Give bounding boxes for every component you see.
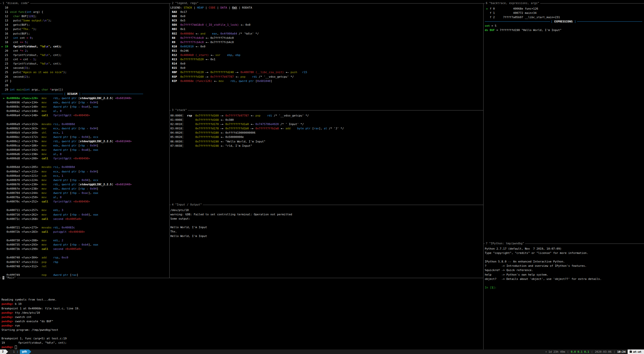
border-vertical-left[interactable] (169, 3, 170, 278)
terminal-line: 0x400735 <func+293> mov dword ptr [rbp -… (2, 243, 169, 247)
terminal-line: 0x4006f6 <func+230> mov rdi, qword ptr [… (2, 182, 169, 187)
angle-separator-icon: ⟨ (565, 350, 571, 353)
terminal-line: 20 cnt *= 2; (2, 49, 169, 53)
terminal-line: [ DISASM ] (2, 92, 169, 96)
terminal-line: 0x400730 <func+288> mov edi, 2 (2, 238, 169, 243)
terminal-line: 21 fprintf(stdout, "%d\n", cnt); (2, 53, 169, 57)
terminal-line: R8 0x7ffff7fcb4c0 ◂— 0x7ffff7fcb4c0 (170, 36, 483, 40)
terminal-line: ► 19 fprintf(stdout, "%d\n", cnt); (2, 44, 169, 49)
terminal-line: 29 int main(int argc, char *argv[]) (2, 87, 169, 92)
terminal-line: 0x4006b9 <func+169> shl ecx, 1 (2, 131, 169, 135)
terminal-line: 0x400721 <func+273> movabs rdi, 0x40083c (2, 225, 169, 230)
status-date: 2020-03-06 (595, 350, 611, 353)
tmux-window-index[interactable]: 1 (12, 350, 16, 353)
active-pane-number: 5 (3, 276, 4, 279)
terminal-line: [ EXPRESSIONS ] (485, 19, 643, 24)
terminal-line: 07:0038│ 0x7fffffffd198 ◂— "rld, I'm Inp… (170, 144, 483, 148)
terminal-line: 0x400740 <func+304> add rsp, 0xc0 (2, 255, 169, 260)
terminal-line: %quickref -> Quick reference. (485, 268, 643, 272)
terminal-line: 11 void func(int arg) { (2, 10, 169, 14)
terminal-line: 0x400747 <func+311> pop rbp (2, 260, 169, 264)
terminal-line: R14 0x0 (170, 62, 483, 66)
uptime-arrow-icon: ↑ (545, 350, 549, 353)
terminal-line: 0x40071c <func+268> call second <0x4005a… (2, 217, 169, 221)
pane-backtrace-expressions[interactable]: ► f 0 40068e func+126 f 1 400772 main+34… (485, 7, 643, 243)
terminal-line: RCX 0x5 (170, 18, 483, 23)
pane-gdb-console[interactable]: Reading symbols from test...done.pwndbg>… (2, 280, 482, 349)
terminal-line (2, 251, 169, 255)
terminal-line: 0x4006dd <func+205> movabs rsi, 0x40080d (2, 165, 169, 169)
terminal-line: object? -> Details about 'object', use '… (485, 277, 643, 281)
pane-input-output[interactable]: /dev/pts/10warning: GDB: Failed to set c… (170, 208, 483, 277)
status-time: 10:24 (617, 350, 626, 353)
terminal-line: Hello World, I'm Input (170, 234, 483, 238)
terminal-line: 0x4006a4 <func+148> call fprintf@plt <0x… (2, 113, 169, 117)
tmux-session-badge[interactable]: 2 (0, 349, 6, 354)
border-stack-top (169, 110, 483, 110)
terminal-line: 10 (2, 6, 169, 10)
terminal-line: R12 0x4004b0 (_start) ◂— xor ebp, ebp (170, 53, 483, 57)
terminal-line: 0x40070c <func+252> call fprintf@plt <0x… (2, 199, 169, 204)
chevron-right-icon: ⟩ (16, 350, 20, 353)
pane-stack[interactable]: 00:0000│ rsp 0x7fffffffd160 —▸ 0x7ffff7b… (170, 113, 483, 204)
terminal-line: ds BUF = 7fffffffd190 "Hello World, I'm … (485, 28, 643, 32)
border-io-top (169, 205, 483, 205)
terminal-line (2, 221, 169, 225)
terminal-line: 04:0020│ 0x7fffffffd180 ◂— 0xffffd190000… (170, 131, 483, 135)
tmux-status-bar: 2 1 ⟩ gdb ↑ 1d 23h 49m ⟨ 0.0 0.1 0.1 ⟨ 2… (0, 349, 644, 354)
terminal-line: 22 cnt = cnt - 1; (2, 57, 169, 62)
terminal-line: R11 0x246 (170, 49, 483, 53)
pane-registers[interactable]: LEGEND: STACK | HEAP | CODE | DATA | RWX… (170, 6, 483, 110)
pane-disasm-code[interactable]: 10 11 void func(int arg) { 12 char BUF[1… (2, 6, 169, 277)
terminal-line: pwndbg> (2, 345, 482, 349)
terminal-line: 0x4006ed <func+221> sub ecx, 1 (2, 174, 169, 178)
terminal-line: 19 fprintf(stdout, "%d\n", cnt); (2, 341, 482, 345)
terminal-line (2, 204, 169, 208)
terminal-line: pwndbg> cwatch cnt (2, 315, 482, 319)
terminal-line: 0x400716 <func+262> mov dword ptr [rbp -… (2, 213, 169, 217)
terminal-line: 28 (2, 83, 169, 87)
terminal-line: RBP 0x7fffffffd220 —▸ 0x7fffffffd240 —▸ … (170, 70, 483, 74)
terminal-line: 0x4006c2 <func+178> mov rdi, qword ptr [… (2, 139, 169, 143)
pane-title-io: 4 "Input / Output" (171, 202, 203, 207)
terminal-line: 0x4006e7 <func+215> mov ecx, dword ptr [… (2, 169, 169, 174)
load-average: 0.0 0.1 0.1 (571, 350, 589, 353)
terminal-line: RSI 0x40080d ◂— and eax, 0x4f000a64 /* '… (170, 32, 483, 36)
terminal-line: RDX 0x7ffff7dd18c0 (_IO_stdfile_1_lock) … (170, 23, 483, 27)
border-vertical-right[interactable] (483, 3, 484, 349)
pane-ipython[interactable]: Python 2.7.17 (default, Nov 7 2019, 10:0… (485, 247, 643, 349)
terminal-line: 0x40073b <func+299> call second <0x4005a… (2, 247, 169, 251)
tmux-window-name-gdb[interactable]: gdb (20, 349, 29, 354)
terminal-line (2, 234, 169, 238)
terminal-line: 0x40072b <func+283> call puts@plt <0x400… (2, 230, 169, 234)
terminal-line: Reading symbols from test...done. (2, 298, 482, 302)
terminal-line (2, 285, 482, 289)
terminal-line: f 2 7ffff7a05b97 __libc_start_main+231 (485, 15, 643, 19)
terminal-line: RIP 0x40068e (func+126) ◂— mov rdi, qwor… (170, 79, 483, 83)
terminal-line (2, 269, 169, 273)
terminal-line: 0x400704 <func+244> mov dword ptr [rbp -… (2, 191, 169, 195)
terminal-line: RAX 0x17 (170, 10, 483, 14)
terminal-line: 0x4006d6 <func+198> mov al, 0 (2, 152, 169, 156)
terminal-line: 0x4006a2 <func+146> mov al, 0 (2, 109, 169, 113)
lock-icon (630, 351, 632, 353)
terminal-line: f 1 400772 main+34 (485, 11, 643, 15)
pane-title-ipython: 7 "IPython: tmp/pwndbg" (485, 241, 525, 246)
terminal-line: 0x4006a9 <func+153> movabs rsi, 0x40080d (2, 122, 169, 126)
terminal-line (2, 280, 482, 285)
terminal-line: 0x400748 <func+312> ret (2, 264, 169, 269)
terminal-line: pwndbg> b 19 (2, 302, 482, 306)
terminal-line: 0x4006d0 <func+192> mov dword ptr [rbp -… (2, 148, 169, 152)
terminal-line: RSP 0x7fffffffd160 —▸ 0x7ffff7b97787 ◂— … (170, 75, 483, 79)
terminal-line: 0x400749 nop dword ptr [rax] (2, 273, 169, 277)
terminal-line: 25 puts("Again as it was so nice"); (2, 70, 169, 74)
terminal-line: warning: GDB: Failed to set controlling … (170, 212, 483, 217)
pane-title-stack: 3 "stack" (171, 108, 188, 112)
terminal-line: Hello World, I'm Input (170, 225, 483, 229)
terminal-line: R9 0x7ffff7fcb4c0 ◂— 0x7ffff7fcb4c0 (170, 40, 483, 44)
terminal-line: 16 puts(BUF); (2, 32, 169, 36)
terminal-line: RDI 0x1 (170, 27, 483, 31)
terminal-line: /dev/pts/10 (170, 208, 483, 212)
terminal-line: 0x4006f0 <func+224> mov dword ptr [rbp -… (2, 178, 169, 182)
terminal-line: 0x4006b3 <func+163> mov ecx, dword ptr [… (2, 126, 169, 131)
